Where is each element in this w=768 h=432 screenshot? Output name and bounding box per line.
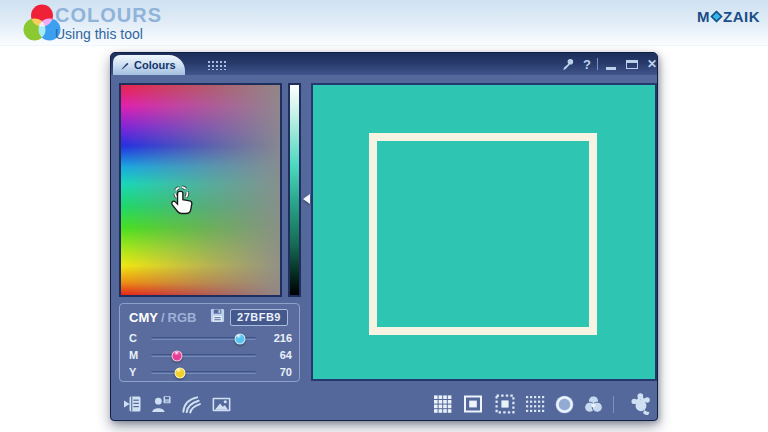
colour-circles-icon[interactable] bbox=[581, 392, 605, 416]
user-save-icon[interactable] bbox=[149, 392, 173, 416]
hand-tool-icon[interactable] bbox=[627, 392, 655, 416]
slider-value: 216 bbox=[264, 332, 292, 344]
page-subtitle: Using this tool bbox=[55, 26, 143, 42]
minimize-icon bbox=[606, 67, 616, 70]
yellow-slider-row: Y 70 bbox=[129, 365, 294, 380]
page-header: COLOURS Using this tool M ZAIK bbox=[0, 0, 768, 46]
maximize-button[interactable] bbox=[623, 56, 641, 72]
grid-frame-icon[interactable] bbox=[493, 392, 517, 416]
tab-colours[interactable]: Colours bbox=[113, 55, 185, 75]
brand-text-pre: M bbox=[697, 8, 710, 25]
colour-value-panel: CMY / RGB 27BFB9 C bbox=[119, 303, 300, 382]
rainbow-icon[interactable] bbox=[179, 392, 203, 416]
mode-cmy-label[interactable]: CMY bbox=[129, 310, 158, 325]
pin-icon[interactable] bbox=[559, 56, 577, 72]
slider-knob[interactable] bbox=[172, 350, 183, 361]
rectangle-shape[interactable] bbox=[369, 133, 597, 335]
yellow-slider-track[interactable] bbox=[151, 371, 256, 374]
slider-knob[interactable] bbox=[234, 333, 245, 344]
toolbar-separator bbox=[613, 396, 614, 413]
toolbar bbox=[111, 389, 657, 421]
drawing-canvas[interactable] bbox=[311, 83, 657, 381]
slider-label: C bbox=[129, 332, 137, 344]
slider-label: M bbox=[129, 349, 138, 361]
dotted-grid-icon[interactable] bbox=[523, 392, 547, 416]
slider-value: 64 bbox=[264, 349, 292, 361]
mozaik-logo: M ZAIK bbox=[697, 8, 760, 25]
diamond-icon bbox=[710, 10, 722, 22]
colour-picker-field[interactable] bbox=[119, 83, 282, 297]
exercise-book-icon[interactable] bbox=[121, 392, 145, 416]
brand-text-post: ZAIK bbox=[723, 8, 760, 25]
image-icon[interactable] bbox=[209, 392, 233, 416]
colours-tool-window: Colours ? ✕ bbox=[110, 52, 658, 421]
value-slider-marker[interactable] bbox=[303, 194, 310, 204]
page: COLOURS Using this tool M ZAIK Colours bbox=[0, 0, 768, 432]
paintbrush-icon bbox=[119, 60, 130, 71]
slider-value: 70 bbox=[264, 366, 292, 378]
minimize-button[interactable] bbox=[603, 56, 619, 72]
ellipse-tool-icon[interactable] bbox=[552, 392, 576, 416]
titlebar[interactable]: Colours ? ✕ bbox=[111, 53, 657, 75]
cyan-slider-row: C 216 bbox=[129, 331, 294, 346]
tab-label: Colours bbox=[134, 59, 176, 71]
tap-cursor bbox=[167, 185, 201, 225]
mode-separator: / bbox=[161, 310, 165, 325]
drag-handle-icon[interactable] bbox=[207, 60, 227, 70]
floppy-disk-icon[interactable] bbox=[210, 308, 225, 327]
mode-rgb-label[interactable]: RGB bbox=[168, 310, 197, 325]
hex-value-field[interactable]: 27BFB9 bbox=[230, 309, 288, 326]
value-slider[interactable] bbox=[288, 83, 301, 297]
magenta-slider-row: M 64 bbox=[129, 348, 294, 363]
filled-grid-icon[interactable] bbox=[431, 392, 455, 416]
titlebar-separator bbox=[597, 58, 598, 70]
cyan-slider-track[interactable] bbox=[151, 337, 256, 340]
rectangle-tool-icon[interactable] bbox=[461, 392, 485, 416]
magenta-slider-track[interactable] bbox=[151, 354, 256, 357]
slider-label: Y bbox=[129, 366, 136, 378]
help-button[interactable]: ? bbox=[579, 56, 595, 72]
close-button[interactable]: ✕ bbox=[644, 56, 660, 72]
maximize-icon bbox=[626, 60, 638, 69]
page-title: COLOURS bbox=[55, 4, 162, 27]
slider-knob[interactable] bbox=[174, 367, 185, 378]
